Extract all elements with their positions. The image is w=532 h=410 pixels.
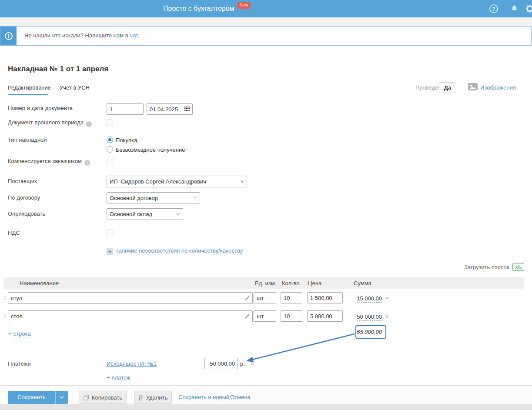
cancel-link[interactable]: Отмена bbox=[230, 394, 251, 400]
banner-text-main: Не нашли что искали? Напишите нам в bbox=[24, 32, 128, 39]
field-label-contract: По договору bbox=[8, 194, 40, 201]
discrepancy-link[interactable]: наличие несоответствия по количеству/кач… bbox=[115, 247, 243, 254]
stock-select-value[interactable] bbox=[107, 208, 183, 220]
images-link[interactable]: Изображения bbox=[480, 84, 516, 91]
item-sum-cell: 50 000,00 bbox=[344, 313, 382, 320]
payment-amount-input[interactable] bbox=[204, 358, 238, 369]
past-period-checkbox[interactable] bbox=[107, 120, 113, 126]
app-root: Просто с бухгалтером New ? i Не нашли чт… bbox=[0, 0, 532, 410]
item-price-input[interactable] bbox=[307, 292, 343, 303]
item-sum-link[interactable]: 15 000,00 bbox=[357, 295, 382, 303]
field-label-past-period: Документ прошлого периодаi bbox=[8, 119, 92, 127]
notifications-bell-icon[interactable] bbox=[511, 5, 518, 13]
add-row: +строка bbox=[8, 330, 31, 337]
column-header-sum: Сумма bbox=[354, 280, 371, 287]
delete-button-label: Удалить bbox=[146, 394, 168, 401]
add-row-link[interactable]: строка bbox=[13, 330, 31, 337]
column-header-name: Наименование bbox=[20, 280, 59, 287]
type-radio-free-receipt-label: Безвозмездное получение bbox=[116, 147, 185, 153]
tab-editing[interactable]: Редактирование bbox=[8, 84, 51, 91]
delete-button[interactable]: Удалить bbox=[134, 391, 172, 404]
contract-clear-icon[interactable]: × bbox=[194, 195, 197, 201]
app-title-text: Просто с бухгалтером bbox=[163, 5, 234, 13]
item-unit-input[interactable] bbox=[254, 310, 276, 322]
field-label-stock: Оприходовать bbox=[8, 210, 45, 217]
active-tab-underline bbox=[8, 94, 48, 95]
field-label-compensated: Компенсируется заказчикомi bbox=[8, 158, 90, 166]
column-header-qty: Кол-во bbox=[282, 280, 299, 287]
add-payment-link[interactable]: платеж bbox=[112, 374, 130, 381]
tabs-bottom-border bbox=[0, 95, 532, 95]
banner-icon-box: i bbox=[0, 27, 17, 45]
item-qty-input[interactable] bbox=[281, 310, 302, 322]
table-row bbox=[8, 310, 253, 322]
item-name-input[interactable] bbox=[8, 310, 253, 322]
banner-text-suffix: . bbox=[138, 32, 140, 39]
upload-xls-button[interactable]: xls bbox=[512, 263, 524, 271]
save-button[interactable]: Сохранить bbox=[8, 391, 55, 404]
total-to-payment-arrow bbox=[238, 329, 365, 368]
posted-toggle-button[interactable]: Да bbox=[439, 82, 456, 93]
trash-icon bbox=[138, 395, 143, 400]
field-label-type: Тип накладной bbox=[8, 137, 47, 143]
item-sum-link[interactable]: 50 000,00 bbox=[357, 313, 382, 321]
settings-gear-icon[interactable] bbox=[525, 4, 532, 13]
item-unit-input[interactable] bbox=[254, 292, 276, 303]
item-sum-cell: 15 000,00 bbox=[344, 295, 382, 302]
new-badge: New bbox=[238, 2, 251, 9]
items-total: 65 000,00 bbox=[355, 325, 386, 339]
save-split-button[interactable]: Сохранить bbox=[8, 391, 68, 404]
compensated-info-icon[interactable]: i bbox=[84, 160, 90, 166]
past-period-info-icon[interactable]: i bbox=[86, 121, 92, 127]
stock-select[interactable] bbox=[107, 208, 183, 220]
delete-row-icon[interactable]: × bbox=[385, 313, 389, 320]
pencil-icon[interactable] bbox=[244, 314, 250, 319]
item-qty-input[interactable] bbox=[281, 292, 302, 303]
item-price-input[interactable] bbox=[307, 310, 343, 322]
plus-icon: + bbox=[107, 248, 113, 255]
supplier-input[interactable] bbox=[107, 176, 247, 187]
payments-label: Платежи bbox=[8, 360, 31, 367]
field-label-vat: НДС bbox=[8, 230, 20, 236]
delete-row-icon[interactable]: × bbox=[385, 294, 389, 302]
tab-usn[interactable]: Учет в УСН bbox=[60, 84, 90, 91]
delete-payment-icon[interactable]: × bbox=[251, 360, 254, 367]
doc-number-input[interactable] bbox=[107, 103, 144, 115]
row-number: 2 bbox=[3, 313, 7, 320]
info-banner: i Не нашли что искали? Напишите нам в ча… bbox=[0, 26, 532, 46]
discrepancy-link-row: +наличие несоответствия по количеству/ка… bbox=[107, 247, 243, 255]
field-label-number-date: Номер и дата документа bbox=[8, 105, 73, 111]
compensated-checkbox[interactable] bbox=[107, 158, 113, 164]
contract-input[interactable] bbox=[107, 192, 200, 203]
type-radio-purchase[interactable] bbox=[107, 137, 113, 143]
copy-button[interactable]: Копировать bbox=[79, 391, 127, 404]
app-title: Просто с бухгалтером New bbox=[163, 0, 251, 17]
info-icon: i bbox=[5, 32, 13, 40]
plus-icon: + bbox=[107, 374, 110, 381]
save-dropdown-button[interactable] bbox=[56, 391, 68, 404]
copy-button-label: Копировать bbox=[92, 394, 122, 401]
type-radio-purchase-label: Покупка bbox=[116, 137, 137, 143]
topbar: Просто с бухгалтером New ? bbox=[0, 0, 532, 17]
supplier-clear-icon[interactable]: × bbox=[241, 179, 244, 185]
vat-checkbox[interactable] bbox=[107, 230, 113, 236]
column-header-unit: Ед. изм. bbox=[255, 280, 276, 287]
save-and-new-link[interactable]: Сохранить и новый bbox=[178, 394, 229, 400]
payment-doc-link[interactable]: Исходящее п/п №1 bbox=[107, 360, 157, 367]
upload-list-row: Загрузить список xls bbox=[464, 263, 524, 271]
copy-icon bbox=[84, 395, 89, 400]
compensated-label-text: Компенсируется заказчиком bbox=[8, 158, 82, 164]
pencil-icon[interactable] bbox=[244, 296, 250, 301]
banner-text: Не нашли что искали? Напишите нам в чат. bbox=[24, 32, 139, 39]
calendar-icon[interactable] bbox=[184, 107, 190, 112]
past-period-label-text: Документ прошлого периода bbox=[8, 119, 84, 126]
item-name-input[interactable] bbox=[8, 292, 253, 304]
chat-link[interactable]: чат bbox=[130, 32, 137, 39]
type-radio-free-receipt[interactable] bbox=[107, 146, 113, 153]
chevron-down-icon bbox=[175, 213, 180, 216]
images-icon bbox=[468, 83, 478, 90]
help-icon[interactable]: ? bbox=[489, 4, 498, 13]
table-row bbox=[8, 292, 253, 304]
upload-list-label: Загрузить список bbox=[464, 264, 509, 270]
add-payment: +платеж bbox=[107, 374, 130, 381]
